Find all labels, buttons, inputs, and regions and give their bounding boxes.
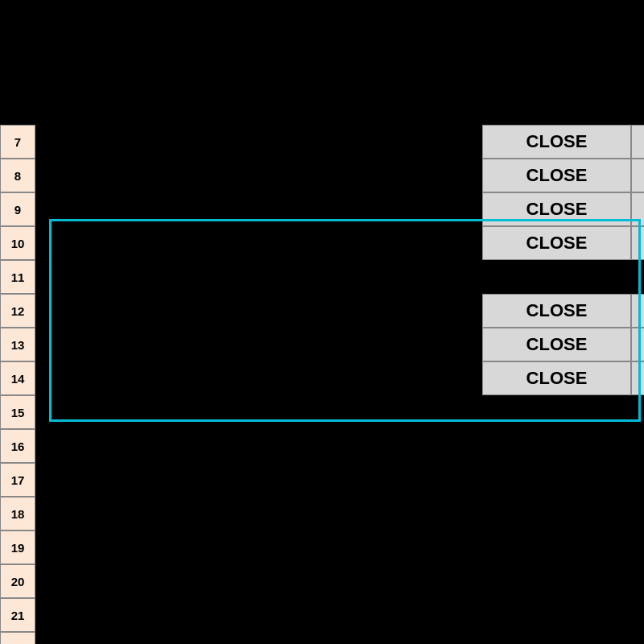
row-spacer: [35, 192, 482, 226]
table-row: 21: [0, 598, 644, 632]
row-number: 13: [0, 328, 35, 361]
row-filler: [482, 260, 644, 294]
row-number: 9: [0, 192, 35, 226]
row-filler: [35, 497, 644, 530]
row-filler: [35, 564, 644, 598]
close-cell[interactable]: CLOSE: [631, 328, 644, 361]
row-number: 18: [0, 497, 35, 530]
close-cell[interactable]: CLOSE: [482, 192, 631, 226]
table-row: 7CLOSECLOSECLOSE: [0, 125, 644, 159]
row-spacer: [35, 159, 482, 192]
row-number: 15: [0, 395, 35, 429]
row-filler: [35, 463, 644, 497]
table-row: 20: [0, 564, 644, 598]
row-spacer: [35, 395, 482, 429]
row-spacer: [35, 125, 482, 159]
close-cell[interactable]: CLOSE: [631, 294, 644, 328]
table-row: 19: [0, 530, 644, 564]
table-row: 16: [0, 429, 644, 463]
row-number: 16: [0, 429, 35, 463]
close-cell[interactable]: CLOSE: [631, 226, 644, 260]
spreadsheet-grid: 7CLOSECLOSECLOSE8CLOSECLOSECLOSE9CLOSECL…: [0, 125, 644, 644]
table-row: 22: [0, 632, 644, 644]
table-row: 12CLOSECLOSECLOSE: [0, 294, 644, 328]
row-spacer: [35, 429, 482, 463]
close-cell[interactable]: CLOSE: [482, 361, 631, 395]
row-spacer: [35, 328, 482, 361]
close-cell[interactable]: CLOSE: [482, 125, 631, 159]
table-row: 17: [0, 463, 644, 497]
row-number: 14: [0, 361, 35, 395]
row-number: 17: [0, 463, 35, 497]
row-number: 11: [0, 260, 35, 294]
row-filler: [35, 598, 644, 632]
table-row: 10CLOSECLOSECLOSE: [0, 226, 644, 260]
row-spacer: [35, 260, 482, 294]
row-number: 10: [0, 226, 35, 260]
close-cell[interactable]: CLOSE: [482, 226, 631, 260]
row-number: 12: [0, 294, 35, 328]
row-number: 21: [0, 598, 35, 632]
close-cell[interactable]: CLOSE: [482, 159, 631, 192]
row-number: 22: [0, 632, 35, 644]
close-cell[interactable]: CLOSE: [631, 192, 644, 226]
row-spacer: [35, 294, 482, 328]
row-filler: [35, 530, 644, 564]
table-row: 13CLOSECLOSECLOSE: [0, 328, 644, 361]
row-filler: [482, 395, 644, 429]
row-number: 19: [0, 530, 35, 564]
row-number: 7: [0, 125, 35, 159]
close-cell[interactable]: CLOSE: [631, 125, 644, 159]
row-number: 8: [0, 159, 35, 192]
table-row: 8CLOSECLOSECLOSE: [0, 159, 644, 192]
row-number: 20: [0, 564, 35, 598]
close-cell[interactable]: CLOSE: [631, 361, 644, 395]
close-cell[interactable]: CLOSE: [482, 294, 631, 328]
close-cell[interactable]: CLOSE: [631, 159, 644, 192]
table-row: 11: [0, 260, 644, 294]
table-row: 14CLOSECLOSECLOSE: [0, 361, 644, 395]
row-filler: [35, 632, 644, 644]
row-filler: [482, 429, 644, 463]
table-row: 9CLOSECLOSECLOSE: [0, 192, 644, 226]
close-cell[interactable]: CLOSE: [482, 328, 631, 361]
table-row: 15: [0, 395, 644, 429]
table-row: 18: [0, 497, 644, 530]
row-spacer: [35, 226, 482, 260]
row-spacer: [35, 361, 482, 395]
